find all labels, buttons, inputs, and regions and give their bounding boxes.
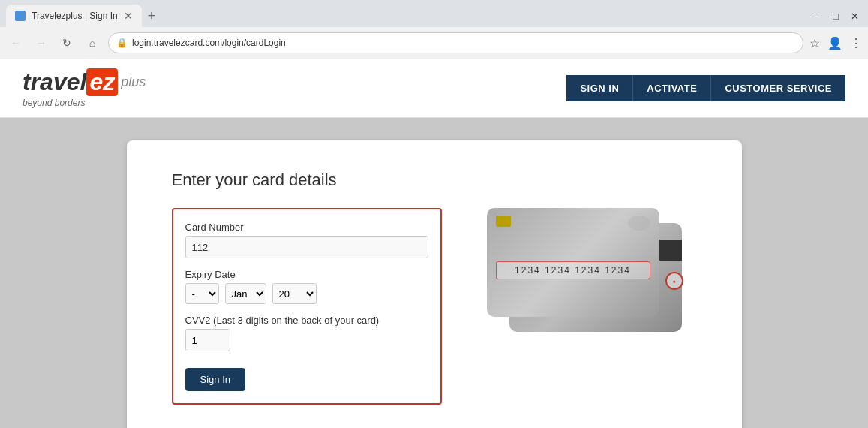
form-section: Card Number Expiry Date - 0102030405 (172, 208, 697, 405)
main-content: Enter your card details Card Number Expi… (0, 118, 868, 428)
logo-plus: plus (121, 74, 146, 90)
card-graphic-area: 1234 1234 1234 1234 ● (487, 208, 697, 343)
minimize-btn[interactable]: — (811, 11, 821, 22)
cvv-icon: ● (672, 279, 675, 284)
tab-title: Travelezplus | Sign In (32, 11, 118, 21)
page-header: travel ez plus beyond borders SIGN IN AC… (0, 59, 868, 118)
window-close-btn[interactable]: ✕ (851, 11, 859, 22)
cvv-group: CVV2 (Last 3 digits on the back of your … (185, 315, 428, 351)
expiry-year-select[interactable]: 20202120222023 2024202520262027 (272, 283, 317, 304)
tab-favicon (15, 11, 26, 21)
new-tab-btn[interactable]: + (148, 8, 156, 24)
address-text: login.travelezcard.com/login/cardLogin (132, 38, 795, 48)
header-nav: SIGN IN ACTIVATE CUSTOMER SERVICE (566, 75, 845, 101)
window-controls: — □ ✕ (811, 11, 868, 22)
card-number-label: Card Number (185, 222, 428, 233)
card-front: 1234 1234 1234 1234 (487, 208, 659, 317)
logo-area: travel ez plus beyond borders (23, 68, 146, 108)
active-tab[interactable]: Travelezplus | Sign In ✕ (6, 5, 142, 27)
card-number-input[interactable] (185, 236, 428, 258)
form-area: Card Number Expiry Date - 0102030405 (172, 208, 442, 405)
activate-nav-btn[interactable]: ACTIVATE (633, 75, 711, 101)
tab-close-btn[interactable]: ✕ (124, 11, 133, 21)
sign-in-btn[interactable]: Sign In (185, 368, 245, 391)
sign-in-nav-btn[interactable]: SIGN IN (566, 75, 633, 101)
cvv-input[interactable] (185, 329, 230, 351)
expiry-row: - 0102030405 JanFebMarApr MayJunJulAug S… (185, 283, 428, 304)
logo-ez: ez (86, 68, 118, 96)
nav-right-icons: ☆ 👤 ⋮ (809, 36, 862, 50)
address-bar[interactable]: 🔒 login.travelezcard.com/login/cardLogin (108, 32, 803, 53)
expiry-day-select[interactable]: - 0102030405 (185, 283, 219, 304)
expiry-month-select[interactable]: JanFebMarApr MayJunJulAug SepOctNovDec (225, 283, 266, 304)
account-icon[interactable]: 👤 (827, 36, 842, 50)
bookmark-icon[interactable]: ☆ (809, 36, 820, 50)
browser-chrome: Travelezplus | Sign In ✕ + — □ ✕ ← → ↻ ⌂… (0, 0, 868, 59)
home-btn[interactable]: ⌂ (83, 33, 102, 53)
expiry-group: Expiry Date - 0102030405 JanFebMarApr Ma… (185, 269, 428, 304)
refresh-btn[interactable]: ↻ (57, 33, 77, 53)
cvv-label: CVV2 (Last 3 digits on the back of your … (185, 315, 428, 326)
logo-main: travel ez plus (23, 68, 146, 96)
expiry-label: Expiry Date (185, 269, 428, 280)
nav-bar: ← → ↻ ⌂ 🔒 login.travelezcard.com/login/c… (0, 27, 868, 59)
card-number-group: Card Number (185, 222, 428, 258)
card-number-display: 1234 1234 1234 1234 (496, 261, 650, 279)
cvv-indicator: ● (665, 272, 683, 290)
card-logo-emblem (628, 216, 650, 231)
lock-icon: 🔒 (116, 38, 128, 48)
logo-travel: travel (23, 68, 86, 96)
maximize-btn[interactable]: □ (833, 11, 839, 22)
card-container: Enter your card details Card Number Expi… (127, 140, 742, 428)
card-chip (496, 216, 511, 227)
customer-service-nav-btn[interactable]: CUSTOMER SERVICE (711, 75, 845, 101)
menu-icon[interactable]: ⋮ (850, 36, 862, 50)
logo-sub: beyond borders (23, 98, 146, 108)
tab-bar: Travelezplus | Sign In ✕ + — □ ✕ (0, 0, 868, 27)
forward-btn[interactable]: → (32, 33, 51, 53)
back-btn[interactable]: ← (6, 33, 26, 53)
form-border-box: Card Number Expiry Date - 0102030405 (172, 208, 442, 405)
page-title: Enter your card details (172, 170, 697, 190)
